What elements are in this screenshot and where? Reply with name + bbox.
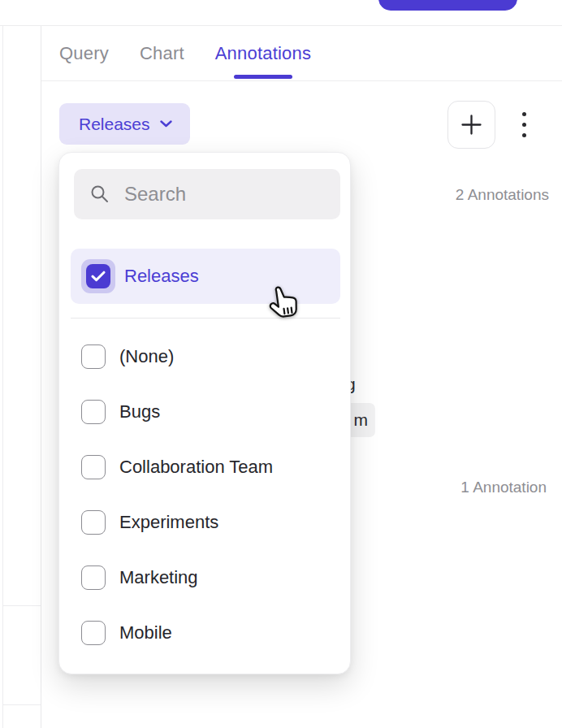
annotation-count: 1 Annotation — [460, 479, 547, 496]
tab-annotations[interactable]: Annotations — [215, 26, 311, 80]
option-label: Experiments — [119, 512, 218, 533]
content-left-divider — [41, 26, 41, 728]
option-row-none[interactable]: (None) — [59, 329, 350, 384]
left-strip-divider — [2, 704, 41, 705]
checkbox-unchecked[interactable] — [81, 566, 106, 590]
releases-filter-dropdown-panel: Releases (None) Bugs Collaboration Team … — [58, 152, 351, 674]
active-tab-indicator — [234, 75, 292, 79]
option-label: (None) — [119, 346, 174, 367]
tab-chart[interactable]: Chart — [140, 26, 184, 80]
option-row-collaboration-team[interactable]: Collaboration Team — [59, 440, 350, 495]
checkbox-unchecked[interactable] — [81, 400, 106, 424]
option-label: Releases — [124, 266, 199, 287]
annotations-count: 2 Annotations — [456, 186, 549, 204]
tab-label: Annotations — [215, 43, 311, 64]
filter-button-label: Releases — [79, 115, 150, 134]
search-icon — [90, 184, 110, 204]
chevron-down-icon — [160, 120, 172, 128]
checkbox-unchecked[interactable] — [81, 344, 106, 369]
search-box — [74, 169, 340, 219]
outer-vertical-divider — [2, 26, 3, 728]
option-label: Bugs — [119, 401, 160, 422]
add-annotation-button[interactable] — [447, 101, 495, 149]
tab-label: Chart — [140, 43, 184, 64]
checkbox-checked[interactable] — [86, 264, 110, 288]
option-list: (None) Bugs Collaboration Team Experimen… — [59, 329, 350, 661]
option-label: Mobile — [119, 622, 172, 644]
search-input[interactable] — [123, 168, 378, 220]
primary-action-button[interactable] — [378, 0, 517, 11]
checkbox-unchecked[interactable] — [81, 455, 106, 479]
option-row-bugs[interactable]: Bugs — [59, 384, 350, 440]
left-strip-divider — [2, 605, 41, 606]
option-row-marketing[interactable]: Marketing — [59, 550, 350, 605]
plus-icon — [460, 114, 482, 136]
occluded-chip-text: m — [354, 410, 369, 430]
more-options-button[interactable] — [512, 106, 535, 142]
checkmark-icon — [91, 271, 106, 282]
kebab-icon — [522, 133, 526, 137]
releases-filter-dropdown-button[interactable]: Releases — [59, 103, 190, 145]
option-row-experiments[interactable]: Experiments — [59, 495, 350, 550]
checkbox-unchecked[interactable] — [81, 510, 106, 535]
dropdown-divider — [71, 318, 340, 318]
kebab-icon — [522, 112, 526, 116]
option-row-releases[interactable]: Releases — [71, 249, 340, 304]
option-row-mobile[interactable]: Mobile — [59, 605, 350, 661]
kebab-icon — [522, 123, 526, 127]
checkbox-focus-ring — [81, 259, 115, 293]
checkbox-unchecked[interactable] — [81, 621, 106, 645]
tab-query[interactable]: Query — [59, 26, 109, 80]
option-label: Marketing — [119, 567, 198, 588]
tab-label: Query — [59, 43, 109, 64]
option-label: Collaboration Team — [119, 457, 273, 478]
tab-bar: Query Chart Annotations — [41, 26, 562, 81]
